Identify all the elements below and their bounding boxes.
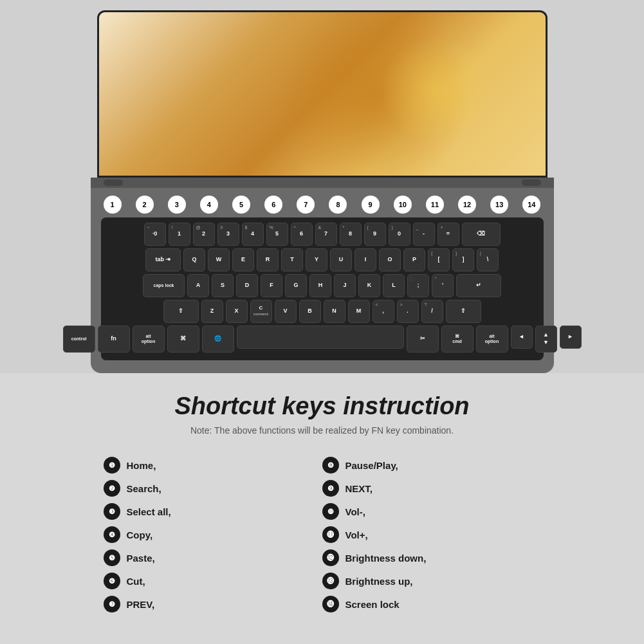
badge-5: 5	[232, 196, 250, 214]
badge-1: 1	[104, 196, 122, 214]
key-1[interactable]: !1	[169, 223, 190, 246]
badge-12: 12	[458, 196, 476, 214]
key-c[interactable]: Cconnect	[250, 300, 272, 323]
key-t[interactable]: T	[281, 248, 303, 271]
key-arrows-updown[interactable]: ▲ ▼	[535, 326, 557, 353]
key-semicolon[interactable]: :;	[407, 274, 429, 297]
key-u[interactable]: U	[330, 248, 352, 271]
key-arrow-right[interactable]: ►	[560, 326, 582, 349]
key-period[interactable]: >.	[397, 300, 419, 323]
key-z[interactable]: Z	[201, 300, 223, 323]
shortcut-label-10: Vol-,	[345, 506, 365, 517]
key-p[interactable]: P	[403, 248, 425, 271]
tablet	[97, 10, 547, 178]
key-fn[interactable]: fn	[98, 326, 130, 353]
key-m[interactable]: M	[348, 300, 370, 323]
shortcut-8: ❽ Pause/Play,	[322, 454, 541, 477]
key-shift-left[interactable]: ⇧	[163, 300, 199, 323]
badge-11: 11	[426, 196, 444, 214]
shortcut-2: ❷ Search,	[104, 477, 322, 500]
key-4[interactable]: $4	[242, 223, 264, 246]
shortcut-label-2: Search,	[127, 483, 161, 494]
key-2[interactable]: @2	[193, 223, 215, 246]
shortcut-4: ❹ Copy,	[104, 523, 322, 546]
key-x[interactable]: X	[226, 300, 248, 323]
key-r[interactable]: R	[257, 248, 279, 271]
shortcut-label-14: Screen lock	[345, 599, 400, 610]
key-lbracket[interactable]: {[	[428, 248, 450, 271]
key-comma[interactable]: <,	[373, 300, 394, 323]
badge-14: 14	[522, 196, 540, 214]
key-8[interactable]: *8	[340, 223, 362, 246]
key-option-right[interactable]: altoption	[476, 326, 508, 353]
key-scissors[interactable]: ✂	[407, 326, 439, 353]
key-0[interactable]: )0	[389, 223, 410, 246]
key-3[interactable]: #3	[217, 223, 239, 246]
key-q[interactable]: Q	[183, 248, 205, 271]
device-section: 1 2 3 4 5 6 7 8 9 10 11 12 13 14 ~·0	[0, 0, 644, 373]
key-7[interactable]: &7	[315, 223, 337, 246]
key-i[interactable]: I	[354, 248, 376, 271]
key-row-1: ~·0 !1 @2 #3 $4 %5 ^6 &7 *8 (9 )0 _- += …	[106, 223, 538, 246]
key-g[interactable]: G	[285, 274, 307, 297]
key-enter[interactable]: ↵	[456, 274, 501, 297]
key-equals[interactable]: +=	[437, 223, 459, 246]
key-space[interactable]	[237, 326, 404, 349]
badge-2: 2	[136, 196, 154, 214]
key-cmd-left[interactable]: ⌘	[167, 326, 199, 353]
key-o[interactable]: O	[379, 248, 401, 271]
key-e[interactable]: E	[232, 248, 254, 271]
badge-10: 10	[394, 196, 412, 214]
key-alt-option[interactable]: altoption	[133, 326, 165, 353]
key-globe[interactable]: 🌐	[202, 326, 234, 353]
key-f[interactable]: F	[261, 274, 282, 297]
key-minus[interactable]: _-	[413, 223, 435, 246]
badge-3: 3	[168, 196, 186, 214]
key-d[interactable]: D	[236, 274, 258, 297]
info-section: Shortcut keys instruction Note: The abov…	[0, 373, 644, 644]
key-j[interactable]: J	[334, 274, 356, 297]
key-a[interactable]: A	[187, 274, 209, 297]
key-rbracket[interactable]: }]	[452, 248, 474, 271]
key-s[interactable]: S	[212, 274, 234, 297]
key-slash[interactable]: ?/	[421, 300, 443, 323]
key-k[interactable]: K	[358, 274, 380, 297]
shortcut-label-5: Paste,	[127, 553, 155, 564]
key-arrow-left[interactable]: ◄	[511, 326, 533, 349]
key-backspace[interactable]: ⌫	[462, 223, 501, 246]
shortcut-10: ❿ Vol-,	[322, 500, 541, 523]
key-backslash[interactable]: |\	[477, 248, 499, 271]
key-v[interactable]: V	[275, 300, 297, 323]
key-shift-right[interactable]: ⇧	[446, 300, 481, 323]
shortcut-label-6: Cut,	[127, 576, 145, 587]
key-5[interactable]: %5	[266, 223, 288, 246]
key-y[interactable]: Y	[306, 248, 327, 271]
key-quote[interactable]: "'	[432, 274, 454, 297]
shortcut-label-7: PREV,	[127, 599, 155, 610]
key-6[interactable]: ^6	[291, 223, 313, 246]
tablet-screen	[99, 12, 546, 176]
key-control[interactable]: control	[63, 326, 95, 353]
key-row-4: ⇧ Z X Cconnect V B N M <, >. ?/ ⇧	[106, 300, 538, 323]
key-9[interactable]: (9	[364, 223, 386, 246]
key-n[interactable]: N	[324, 300, 345, 323]
shortcut-badge-2: ❷	[104, 480, 120, 497]
key-w[interactable]: W	[208, 248, 230, 271]
key-b[interactable]: B	[299, 300, 321, 323]
shortcut-9: ❾ NEXT,	[322, 477, 541, 500]
key-capslock[interactable]: caps lock	[143, 274, 185, 297]
shortcut-label-8: Pause/Play,	[345, 460, 398, 471]
key-l[interactable]: L	[383, 274, 405, 297]
shortcut-badge-13: ⓭	[322, 573, 339, 589]
shortcut-badge-3: ❸	[104, 503, 120, 520]
key-h[interactable]: H	[309, 274, 331, 297]
shortcut-badge-12: ⓬	[322, 549, 339, 566]
shortcut-badge-5: ❺	[104, 549, 120, 566]
badge-9: 9	[362, 196, 380, 214]
key-tilde[interactable]: ~·0	[144, 223, 166, 246]
shortcut-badge-6: ❻	[104, 573, 120, 589]
shortcut-3: ❸ Select all,	[104, 500, 322, 523]
key-tab[interactable]: tab ⇥	[145, 248, 181, 271]
shortcut-badge-1: ❶	[104, 457, 120, 474]
key-cmd-right[interactable]: ⌘cmd	[441, 326, 474, 353]
